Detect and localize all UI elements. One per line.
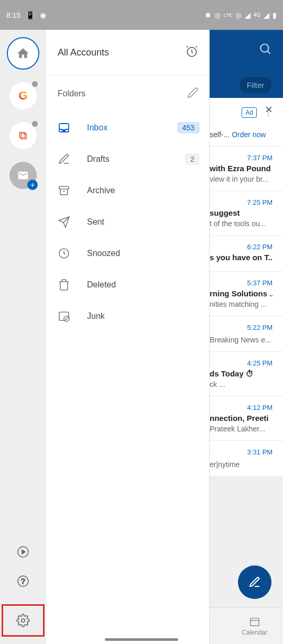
svg-marker-5 <box>22 550 25 554</box>
status-time: 8:15 <box>6 11 20 19</box>
lte-icon: LTE <box>224 13 232 18</box>
home-account-button[interactable] <box>7 37 39 70</box>
ad-text: self-... <box>210 130 230 139</box>
office-account-button[interactable]: ⧉ <box>9 122 37 149</box>
edit-icon[interactable] <box>187 87 199 101</box>
email-preview: Prateek Lakher... <box>210 425 273 433</box>
folder-label: Deleted <box>87 280 200 290</box>
inbox-count-badge: 453 <box>177 122 200 134</box>
email-preview: t of the tools ou... <box>210 219 273 228</box>
notification-dot <box>32 81 38 87</box>
junk-icon <box>58 310 70 323</box>
deleted-icon <box>58 279 70 291</box>
email-time: 7:25 PM <box>210 198 273 206</box>
folders-label: Folders <box>58 89 85 98</box>
signal2-icon: ◢ <box>264 11 269 19</box>
email-preview: ck ... <box>210 380 273 388</box>
folder-sent[interactable]: Sent <box>46 206 209 238</box>
help-icon[interactable]: ? <box>17 575 29 590</box>
svg-point-8 <box>21 619 25 623</box>
folder-junk[interactable]: Junk <box>46 301 209 332</box>
folder-drawer: All Accounts Folders Inbox 453 Drafts 2 … <box>46 30 210 644</box>
compose-button[interactable] <box>238 565 271 599</box>
folder-label: Junk <box>87 312 200 321</box>
email-subject: s you have on T... <box>210 253 273 262</box>
email-time: 4:12 PM <box>210 404 273 412</box>
folder-label: Drafts <box>87 154 168 164</box>
svg-rect-2 <box>250 618 259 626</box>
network-label: 4G <box>254 12 260 18</box>
calendar-label: Calendar <box>242 629 267 636</box>
clock-icon[interactable] <box>185 45 199 60</box>
inbox-icon <box>58 121 70 134</box>
plus-icon: + <box>27 180 38 190</box>
folder-label: Archive <box>87 186 200 195</box>
email-subject: rning Solutions ... <box>210 289 273 298</box>
settings-button[interactable] <box>2 604 45 637</box>
folder-inbox[interactable]: Inbox 453 <box>46 112 209 143</box>
folder-archive[interactable]: Archive <box>46 175 209 206</box>
ad-link[interactable]: Order now <box>232 130 266 139</box>
folder-label: Snoozed <box>87 249 200 258</box>
calendar-tab[interactable]: Calendar <box>242 616 267 636</box>
sent-icon <box>58 216 70 228</box>
folder-snoozed[interactable]: Snoozed <box>46 238 209 269</box>
email-time: 4:25 PM <box>210 359 273 367</box>
email-time: 5:22 PM <box>210 324 273 331</box>
email-preview: er|nytime <box>210 460 273 469</box>
add-account-button[interactable]: + <box>9 162 37 189</box>
email-subject: with Ezra Pound <box>210 164 273 173</box>
notification-dot <box>32 121 38 127</box>
close-icon[interactable]: × <box>265 102 273 117</box>
email-time: 6:22 PM <box>210 243 273 251</box>
home-indicator[interactable] <box>105 638 178 641</box>
email-time: 5:37 PM <box>210 279 273 287</box>
svg-rect-11 <box>59 186 69 189</box>
folder-deleted[interactable]: Deleted <box>46 269 209 301</box>
folder-label: Sent <box>87 217 200 227</box>
folder-drafts[interactable]: Drafts 2 <box>46 143 209 175</box>
drafts-count: 2 <box>185 153 200 165</box>
email-preview: view it in your br... <box>210 175 273 183</box>
email-subject: ds Today ⏱ <box>210 369 273 378</box>
phone-icon: 📳 <box>26 11 35 19</box>
play-icon[interactable] <box>17 546 29 560</box>
email-subject: suggest <box>210 208 273 217</box>
search-icon[interactable] <box>259 42 273 58</box>
google-account-button[interactable]: G <box>9 82 37 109</box>
email-preview: nities matching ... <box>210 300 273 308</box>
filter-button[interactable]: Filter <box>240 77 271 93</box>
svg-line-1 <box>267 51 270 53</box>
snoozed-icon <box>58 247 70 260</box>
email-time: 3:31 PM <box>210 448 273 456</box>
email-subject: nnection, Preeti <box>210 414 273 423</box>
drawer-title: All Accounts <box>58 47 109 58</box>
folder-label: Inbox <box>87 123 160 132</box>
email-time: 7:37 PM <box>210 154 273 162</box>
email-preview: Breaking News e... <box>210 336 273 344</box>
status-bar: 8:15 📳 ◉ ✱ ◎ LTE ◎ ◢ 4G ◢ ▮ <box>0 0 283 30</box>
ad-badge: Ad <box>242 107 257 118</box>
sync-icon: ◉ <box>40 11 46 19</box>
accounts-sidebar: G ⧉ + ? <box>0 30 46 644</box>
vibrate-icon: ◎ <box>214 11 221 19</box>
svg-text:?: ? <box>21 577 25 585</box>
battery-icon: ▮ <box>273 11 277 19</box>
bluetooth-icon: ✱ <box>205 11 211 19</box>
signal1-icon: ◢ <box>245 11 251 19</box>
archive-icon <box>58 184 70 197</box>
hotspot-icon: ◎ <box>235 11 242 19</box>
svg-point-0 <box>260 44 268 52</box>
drafts-icon <box>58 153 70 165</box>
